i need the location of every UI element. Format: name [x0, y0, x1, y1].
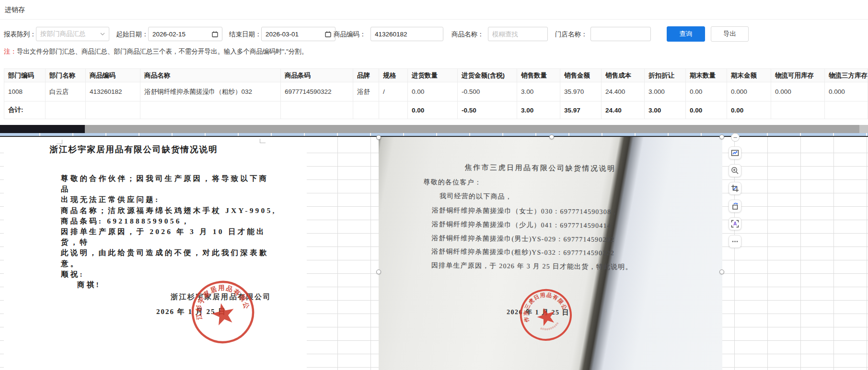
right-doc-title: 焦作市三虎日用品有限公司缺货情况说明	[464, 163, 615, 173]
collapse-toolbar-button[interactable]: –	[731, 133, 740, 142]
cell: 413260182	[86, 82, 140, 101]
total-cell: 24.40	[602, 101, 645, 119]
table-header-row: 部门编码 部门名称 商品编码 商品名称 商品条码 品牌 规格 进货数量 进货金额…	[4, 69, 868, 82]
inventory-table: 部门编码 部门名称 商品编码 商品名称 商品条码 品牌 规格 进货数量 进货金额…	[4, 68, 868, 119]
col-header: 物流三方库存	[825, 69, 868, 82]
total-cell: 0.00	[727, 101, 771, 119]
selection-handle-middle-right[interactable]	[719, 269, 724, 274]
rotate-copy-button[interactable]	[729, 200, 741, 213]
crop-icon	[731, 184, 739, 192]
cell: /	[379, 82, 408, 101]
right-document-photo[interactable]: 焦作市三虎日用品有限公司缺货情况说明 尊敬的各位客户： 我司经营的以下商品， 浴…	[379, 137, 722, 370]
cell: 3.000	[645, 82, 686, 101]
scrollbar-thumb[interactable]	[0, 125, 85, 133]
svg-text:0 0 0 0 0 0 0 0 0 0: 0 0 0 0 0 0 0 0 0 0	[539, 322, 560, 333]
doc-line: 浴舒铜纤维抑杀菌搓澡巾(男士)YS-029：6977714590292	[431, 234, 614, 244]
total-cell: -0.50	[458, 101, 517, 119]
product-name-field	[488, 27, 548, 41]
export-note: 注：导出文件分部门汇总、商品汇总、部门商品汇总三个表，不需分开导出。输入多个商品…	[4, 47, 308, 56]
title-bar: 进销存	[0, 0, 868, 20]
export-button[interactable]: 导出	[711, 26, 749, 42]
total-cell: 0.00	[408, 101, 458, 119]
left-company-stamp: 浙江杉宇家居用品有限公司	[180, 269, 266, 355]
zoom-in-icon	[731, 167, 739, 175]
cell: 24.400	[602, 82, 645, 101]
cell: 0.000	[771, 82, 825, 101]
col-header: 物流可用库存	[771, 69, 825, 82]
left-document-image[interactable]: 浙江杉宇家居用品有限公司缺货情况说明 尊敬的合作伙伴；因我司生产原因，将导致以下…	[4, 137, 307, 370]
query-button[interactable]: 查询	[667, 26, 705, 42]
crop-button[interactable]	[729, 182, 741, 195]
product-code-label: 商品编码：	[334, 30, 366, 39]
photo-paper: 焦作市三虎日用品有限公司缺货情况说明 尊敬的各位客户： 我司经营的以下商品， 浴…	[378, 135, 723, 370]
product-name-label: 商品名称：	[451, 30, 484, 39]
selection-handle-top-right[interactable]	[719, 135, 724, 139]
doc-line: 此说明，由此给贵司造成的不便，对此我们深表歉意。	[61, 247, 277, 269]
col-header: 销售数量	[517, 69, 560, 82]
end-date-input[interactable]: 2026-03-01	[261, 27, 336, 41]
totals-label: 合计:	[4, 101, 46, 119]
chevron-down-icon	[100, 33, 105, 35]
col-header: 进货金额(含税)	[458, 69, 517, 82]
ocr-text-button[interactable]: A	[729, 217, 741, 230]
cell: 白云店	[46, 82, 86, 101]
doc-line: 商品条码: 6921888599056，	[61, 216, 277, 226]
zoom-in-button[interactable]	[729, 164, 741, 177]
image-tool-button[interactable]	[729, 146, 741, 159]
selection-handle-middle-left[interactable]	[376, 269, 381, 274]
total-cell: 3.00	[645, 101, 686, 119]
image-tool-icon	[731, 149, 739, 157]
table-totals-row: 合计: 0.00 -0.50 3.00 35.97 24.40 3.00 0.0…	[4, 101, 868, 119]
col-header: 品牌	[353, 69, 379, 82]
doc-line: 出现无法正常供应问题:	[61, 194, 277, 205]
image-toolbar: –	[727, 133, 745, 253]
cell: 0.000	[825, 82, 868, 101]
report-display-label: 报表陈列：	[4, 30, 36, 39]
cell: 6977714590322	[281, 82, 353, 101]
doc-line: 浴舒铜纤维抑杀菌搓澡巾（女士）030：6977714590308，	[432, 206, 619, 216]
right-company-stamp: 焦作市三虎日用品有限公司 0 0 0 0 0 0 0 0 0 0	[509, 278, 583, 352]
calendar-icon	[212, 31, 218, 37]
table-row: 1008 白云店 413260182 浴舒铜纤维抑杀菌搓澡巾（粗纱）032 69…	[4, 82, 868, 101]
col-header: 商品编码	[86, 69, 140, 82]
col-header: 商品名称	[140, 69, 281, 82]
doc-line: 因排单生产原因，于 2026 年 3 月 10 日才能出货，特	[61, 226, 277, 247]
total-cell: 0.00	[686, 101, 727, 119]
horizontal-scrollbar[interactable]	[0, 125, 868, 133]
product-code-input[interactable]	[375, 31, 439, 38]
svg-text:焦作市三虎日用品有限公司: 焦作市三虎日用品有限公司	[509, 278, 568, 327]
selection-handle-top-middle[interactable]	[549, 135, 554, 139]
product-name-input[interactable]	[492, 31, 544, 38]
page-corner-mark	[260, 139, 266, 143]
report-display-select[interactable]: 按部门商品汇总	[36, 27, 109, 41]
end-date-value: 2026-03-01	[266, 31, 299, 38]
doc-line: 因排单生产原因，于 2026 年 3 月 25 日才能出货，特此说明。	[431, 261, 633, 272]
cell: 3.00	[517, 82, 560, 101]
col-header: 进货数量	[408, 69, 458, 82]
store-name-field	[590, 27, 651, 41]
calendar-icon	[325, 31, 331, 37]
cell: 1008	[4, 82, 46, 101]
ocr-text-icon: A	[731, 220, 739, 228]
doc-line: 浴舒铜纤维抑杀菌搓澡巾（少儿）041：6977714590414	[431, 220, 611, 230]
cell: 0.00	[408, 82, 458, 101]
doc-line: 浴舒铜纤维抑杀菌搓澡巾(粗纱)YS-032：6977714590322	[431, 247, 614, 258]
scrollbar-endcap	[859, 125, 868, 133]
start-date-input[interactable]: 2026-02-15	[148, 27, 222, 41]
end-date-label: 结束日期：	[229, 30, 262, 39]
total-cell: 3.00	[517, 101, 560, 119]
rotate-copy-icon	[731, 202, 739, 210]
col-header: 规格	[379, 69, 408, 82]
store-name-input[interactable]	[595, 31, 647, 38]
stamp-arc-text: 焦作市三虎日用品有限公司	[509, 278, 568, 327]
selection-handle-top-left[interactable]	[376, 135, 381, 140]
more-button[interactable]	[729, 235, 741, 248]
svg-text:A: A	[733, 221, 737, 226]
store-name-label: 门店名称：	[555, 30, 588, 39]
col-header: 折扣折让	[645, 69, 686, 82]
col-header: 期末金额	[727, 69, 771, 82]
left-doc-title: 浙江杉宇家居用品有限公司缺货情况说明	[27, 144, 241, 155]
cell: 浴舒	[353, 82, 379, 101]
product-code-field	[370, 27, 443, 41]
note-text: 导出文件分部门汇总、商品汇总、部门商品汇总三个表，不需分开导出。输入多个商品编码…	[17, 48, 308, 55]
